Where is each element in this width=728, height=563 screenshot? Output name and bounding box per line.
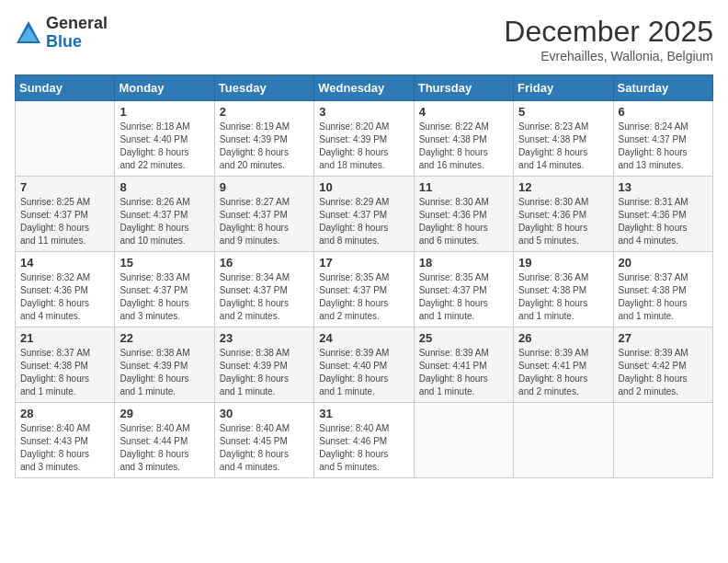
calendar-cell: 14Sunrise: 8:32 AM Sunset: 4:36 PM Dayli… [16,252,115,327]
day-number: 7 [20,180,109,194]
day-info: Sunrise: 8:38 AM Sunset: 4:39 PM Dayligh… [220,347,309,398]
calendar-table: SundayMondayTuesdayWednesdayThursdayFrid… [15,75,713,478]
day-info: Sunrise: 8:30 AM Sunset: 4:36 PM Dayligh… [518,196,608,247]
logo: General Blue [15,15,108,52]
day-info: Sunrise: 8:31 AM Sunset: 4:36 PM Dayligh… [619,196,708,247]
calendar-cell: 5Sunrise: 8:23 AM Sunset: 4:38 PM Daylig… [514,101,613,177]
day-info: Sunrise: 8:39 AM Sunset: 4:41 PM Dayligh… [419,347,508,398]
day-number: 9 [220,180,309,194]
calendar-cell [16,101,115,177]
day-info: Sunrise: 8:40 AM Sunset: 4:45 PM Dayligh… [220,422,309,474]
calendar-cell: 17Sunrise: 8:35 AM Sunset: 4:37 PM Dayli… [314,252,414,327]
day-info: Sunrise: 8:30 AM Sunset: 4:36 PM Dayligh… [419,196,508,247]
calendar-cell: 27Sunrise: 8:39 AM Sunset: 4:42 PM Dayli… [613,327,712,403]
day-number: 16 [220,256,309,270]
day-info: Sunrise: 8:37 AM Sunset: 4:38 PM Dayligh… [619,271,708,323]
calendar-cell: 28Sunrise: 8:40 AM Sunset: 4:43 PM Dayli… [16,403,115,478]
logo-icon [15,19,42,47]
day-info: Sunrise: 8:39 AM Sunset: 4:40 PM Dayligh… [319,347,408,398]
day-number: 22 [119,331,209,345]
calendar-cell: 31Sunrise: 8:40 AM Sunset: 4:46 PM Dayli… [314,403,414,478]
calendar-cell: 15Sunrise: 8:33 AM Sunset: 4:37 PM Dayli… [115,252,214,327]
day-info: Sunrise: 8:32 AM Sunset: 4:36 PM Dayligh… [20,271,109,323]
header-row: SundayMondayTuesdayWednesdayThursdayFrid… [16,75,713,101]
header: General Blue December 2025 Evrehailles, … [15,15,713,63]
calendar-cell: 25Sunrise: 8:39 AM Sunset: 4:41 PM Dayli… [414,327,513,403]
day-number: 28 [20,407,109,420]
day-info: Sunrise: 8:37 AM Sunset: 4:38 PM Dayligh… [20,347,109,398]
day-info: Sunrise: 8:26 AM Sunset: 4:37 PM Dayligh… [119,196,209,247]
calendar-week-4: 21Sunrise: 8:37 AM Sunset: 4:38 PM Dayli… [16,327,713,403]
day-number: 8 [119,180,209,194]
day-info: Sunrise: 8:35 AM Sunset: 4:37 PM Dayligh… [419,271,508,323]
day-info: Sunrise: 8:24 AM Sunset: 4:37 PM Dayligh… [619,121,708,172]
title-area: December 2025 Evrehailles, Wallonia, Bel… [504,15,713,63]
logo-general-label: General [46,15,108,33]
calendar-cell: 23Sunrise: 8:38 AM Sunset: 4:39 PM Dayli… [214,327,313,403]
day-header-sunday: Sunday [16,75,115,101]
day-info: Sunrise: 8:23 AM Sunset: 4:38 PM Dayligh… [518,121,608,172]
logo-text: General Blue [46,15,108,52]
day-number: 23 [220,331,309,345]
day-number: 5 [518,105,608,119]
day-info: Sunrise: 8:40 AM Sunset: 4:46 PM Dayligh… [319,422,408,474]
calendar-cell [414,403,513,478]
calendar-cell: 3Sunrise: 8:20 AM Sunset: 4:39 PM Daylig… [314,101,414,177]
calendar-week-3: 14Sunrise: 8:32 AM Sunset: 4:36 PM Dayli… [16,252,713,327]
calendar-cell: 30Sunrise: 8:40 AM Sunset: 4:45 PM Dayli… [214,403,313,478]
day-info: Sunrise: 8:33 AM Sunset: 4:37 PM Dayligh… [119,271,209,323]
day-header-thursday: Thursday [414,75,513,101]
logo-blue-label: Blue [46,33,108,52]
calendar-cell: 18Sunrise: 8:35 AM Sunset: 4:37 PM Dayli… [414,252,513,327]
calendar-cell: 26Sunrise: 8:39 AM Sunset: 4:41 PM Dayli… [514,327,613,403]
day-number: 21 [20,331,109,345]
calendar-cell: 24Sunrise: 8:39 AM Sunset: 4:40 PM Dayli… [314,327,414,403]
calendar-cell: 1Sunrise: 8:18 AM Sunset: 4:40 PM Daylig… [115,101,214,177]
day-info: Sunrise: 8:40 AM Sunset: 4:43 PM Dayligh… [20,422,109,474]
day-header-friday: Friday [514,75,613,101]
day-info: Sunrise: 8:35 AM Sunset: 4:37 PM Dayligh… [319,271,408,323]
day-info: Sunrise: 8:18 AM Sunset: 4:40 PM Dayligh… [119,121,209,172]
day-info: Sunrise: 8:25 AM Sunset: 4:37 PM Dayligh… [20,196,109,247]
day-number: 20 [619,256,708,270]
calendar-cell: 7Sunrise: 8:25 AM Sunset: 4:37 PM Daylig… [16,177,115,252]
calendar-cell: 11Sunrise: 8:30 AM Sunset: 4:36 PM Dayli… [414,177,513,252]
day-info: Sunrise: 8:39 AM Sunset: 4:42 PM Dayligh… [619,347,708,398]
day-number: 6 [619,105,708,119]
day-number: 30 [220,407,309,420]
day-number: 17 [319,256,408,270]
day-info: Sunrise: 8:22 AM Sunset: 4:38 PM Dayligh… [419,121,508,172]
calendar-week-1: 1Sunrise: 8:18 AM Sunset: 4:40 PM Daylig… [16,101,713,177]
calendar-cell: 20Sunrise: 8:37 AM Sunset: 4:38 PM Dayli… [613,252,712,327]
calendar-cell: 10Sunrise: 8:29 AM Sunset: 4:37 PM Dayli… [314,177,414,252]
day-info: Sunrise: 8:27 AM Sunset: 4:37 PM Dayligh… [220,196,309,247]
day-number: 26 [518,331,608,345]
calendar-cell [514,403,613,478]
day-info: Sunrise: 8:36 AM Sunset: 4:38 PM Dayligh… [518,271,608,323]
day-info: Sunrise: 8:39 AM Sunset: 4:41 PM Dayligh… [518,347,608,398]
day-number: 19 [518,256,608,270]
calendar-cell: 6Sunrise: 8:24 AM Sunset: 4:37 PM Daylig… [613,101,712,177]
calendar-cell [613,403,712,478]
day-number: 12 [518,180,608,194]
day-info: Sunrise: 8:19 AM Sunset: 4:39 PM Dayligh… [220,121,309,172]
month-title: December 2025 [504,15,713,49]
calendar-cell: 13Sunrise: 8:31 AM Sunset: 4:36 PM Dayli… [613,177,712,252]
day-info: Sunrise: 8:40 AM Sunset: 4:44 PM Dayligh… [119,422,209,474]
day-header-tuesday: Tuesday [214,75,313,101]
day-number: 2 [220,105,309,119]
day-number: 29 [119,407,209,420]
calendar-cell: 12Sunrise: 8:30 AM Sunset: 4:36 PM Dayli… [514,177,613,252]
day-info: Sunrise: 8:34 AM Sunset: 4:37 PM Dayligh… [220,271,309,323]
calendar-cell: 19Sunrise: 8:36 AM Sunset: 4:38 PM Dayli… [514,252,613,327]
day-info: Sunrise: 8:38 AM Sunset: 4:39 PM Dayligh… [119,347,209,398]
calendar-cell: 9Sunrise: 8:27 AM Sunset: 4:37 PM Daylig… [214,177,313,252]
calendar-cell: 29Sunrise: 8:40 AM Sunset: 4:44 PM Dayli… [115,403,214,478]
day-header-wednesday: Wednesday [314,75,414,101]
calendar-body: 1Sunrise: 8:18 AM Sunset: 4:40 PM Daylig… [16,101,713,478]
calendar-week-2: 7Sunrise: 8:25 AM Sunset: 4:37 PM Daylig… [16,177,713,252]
day-header-monday: Monday [115,75,214,101]
calendar-week-5: 28Sunrise: 8:40 AM Sunset: 4:43 PM Dayli… [16,403,713,478]
day-header-saturday: Saturday [613,75,712,101]
calendar-cell: 2Sunrise: 8:19 AM Sunset: 4:39 PM Daylig… [214,101,313,177]
